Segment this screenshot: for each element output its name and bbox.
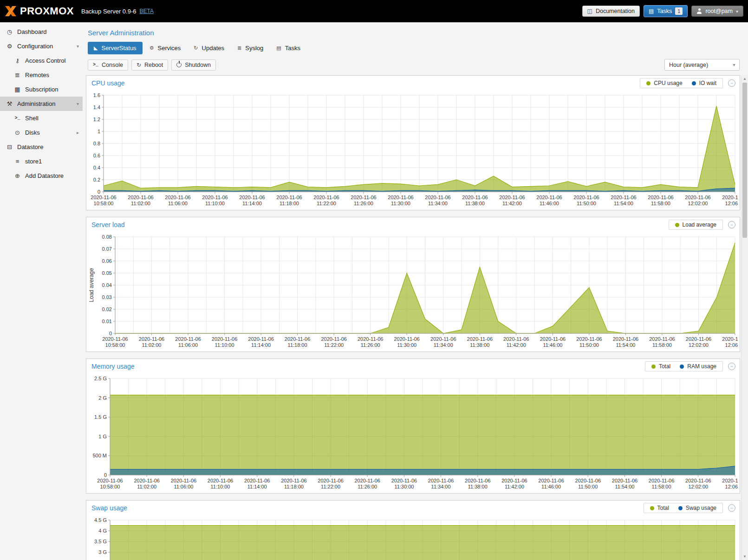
legend-item-swap-usage[interactable]: Swap usage [678, 505, 716, 511]
sidebar-item-add-datastore[interactable]: ⊕Add Datastore [0, 169, 83, 183]
legend-item-total[interactable]: Total [650, 505, 669, 511]
svg-text:11:46:00: 11:46:00 [543, 342, 562, 348]
documentation-button[interactable]: ◫ Documentation [582, 6, 640, 17]
legend-dot-icon [675, 223, 679, 227]
sidebar-item-access-control[interactable]: ⚷Access Control [0, 53, 83, 68]
sidebar-item-datastore[interactable]: ⊟Datastore [0, 140, 83, 154]
svg-text:3.5 G: 3.5 G [94, 539, 107, 544]
scrollbar-thumb[interactable] [742, 83, 747, 238]
book-icon: ◫ [587, 8, 592, 14]
remotes-icon: ≣ [13, 72, 22, 78]
svg-text:0.07: 0.07 [102, 246, 112, 252]
svg-text:0.03: 0.03 [102, 294, 112, 300]
svg-text:11:02:00: 11:02:00 [137, 484, 156, 489]
sidebar-item-shell[interactable]: >_Shell [0, 111, 83, 125]
sidebar-item-remotes[interactable]: ≣Remotes [0, 68, 83, 82]
tab-serverstatus[interactable]: ◣ServerStatus [88, 42, 143, 54]
tab-updates[interactable]: ↻Updates [188, 42, 230, 54]
svg-text:11:58:00: 11:58:00 [652, 342, 672, 348]
svg-text:2020-11-06: 2020-11-06 [613, 336, 638, 342]
sidebar-item-administration[interactable]: ⚒Administration▾ [0, 97, 83, 111]
svg-text:11:46:00: 11:46:00 [541, 484, 561, 489]
memory-usage-chart[interactable]: 0500 M1 G1.5 G2 G2.5 G2020-11-0610:58:00… [87, 375, 738, 492]
legend-label: IO wait [699, 80, 716, 86]
swap-usage-chart[interactable]: 0500 M1 G1.5 G2 G2.5 G3 G3.5 G4 G4.5 G20… [87, 516, 738, 560]
svg-text:2020-11-06: 2020-11-06 [499, 195, 525, 200]
server-load-chart[interactable]: 00.010.020.030.040.050.060.070.082020-11… [87, 233, 738, 350]
avatar-icon [696, 8, 702, 14]
proxmox-logo: PROXMOX [5, 5, 74, 17]
reboot-button[interactable]: ↻ Reboot [131, 59, 168, 71]
legend-dot-icon [651, 365, 656, 369]
memory-usage-panel: Memory usage TotalRAM usage – 0500 M1 G1… [86, 358, 740, 494]
sidebar-item-dashboard[interactable]: ◷Dashboard [0, 25, 83, 39]
sidebar-item-disks[interactable]: ⊙Disks▸ [0, 125, 83, 140]
legend-item-io-wait[interactable]: IO wait [692, 80, 716, 86]
svg-text:12:06:00: 12:06:00 [725, 342, 738, 348]
cpu-usage-chart[interactable]: 00.20.40.60.811.21.41.62020-11-0610:58:0… [87, 91, 738, 208]
svg-text:2020-11-06: 2020-11-06 [313, 195, 339, 200]
time-range-combobox[interactable]: Hour (average) ▾ [664, 59, 740, 71]
legend-item-cpu-usage[interactable]: CPU usage [646, 80, 682, 86]
svg-text:1: 1 [98, 129, 100, 134]
legend-item-total[interactable]: Total [651, 363, 670, 370]
svg-text:2020-11-06: 2020-11-06 [281, 478, 306, 483]
panel-tool-icon[interactable]: – [728, 504, 735, 512]
svg-text:11:30:00: 11:30:00 [391, 201, 410, 206]
console-label: Console [102, 62, 123, 68]
toolbar: >_ Console ↻ Reboot Shutdown Hour (avera… [83, 58, 748, 75]
svg-text:12:02:00: 12:02:00 [688, 484, 708, 489]
tab-services[interactable]: ⚙Services [143, 42, 187, 54]
svg-text:12:06:00: 12:06:00 [725, 201, 738, 206]
panel-tool-icon[interactable]: – [728, 221, 735, 228]
vertical-scrollbar[interactable]: ▲ ▼ [741, 75, 748, 560]
svg-text:2020-11-06: 2020-11-06 [128, 195, 153, 200]
sidebar-item-label: Administration [17, 100, 55, 107]
legend-item-ram-usage[interactable]: RAM usage [680, 363, 716, 370]
svg-text:2020-11-06: 2020-11-06 [649, 478, 674, 483]
svg-text:1 G: 1 G [98, 434, 107, 439]
svg-text:0.4: 0.4 [93, 165, 100, 170]
scroll-up-arrow-icon[interactable]: ▲ [741, 75, 748, 82]
svg-text:2020-11-06: 2020-11-06 [139, 336, 164, 342]
sidebar-item-configuration[interactable]: ⚙Configuration▾ [0, 39, 83, 53]
shutdown-button[interactable]: Shutdown [171, 59, 216, 71]
tab-label: Updates [202, 45, 224, 52]
sidebar-item-subscription[interactable]: ▦Subscription [0, 82, 83, 97]
svg-text:11:30:00: 11:30:00 [397, 342, 416, 348]
reboot-icon: ↻ [137, 62, 141, 68]
svg-text:11:34:00: 11:34:00 [428, 201, 448, 206]
svg-text:4.5 G: 4.5 G [94, 517, 107, 523]
svg-text:11:10:00: 11:10:00 [215, 342, 234, 348]
svg-text:2020-11-06: 2020-11-06 [394, 336, 419, 342]
panel-title: Memory usage [91, 363, 135, 370]
scroll-down-arrow-icon[interactable]: ▼ [741, 553, 748, 560]
tasks-button[interactable]: ▤ Tasks 1 [644, 5, 688, 17]
svg-text:11:38:00: 11:38:00 [465, 201, 485, 206]
svg-text:11:54:00: 11:54:00 [615, 484, 634, 489]
sidebar-item-label: Access Control [25, 57, 65, 64]
sidebar-item-store1[interactable]: ≡store1 [0, 154, 83, 169]
console-button[interactable]: >_ Console [88, 59, 128, 71]
charts-region: CPU usage CPU usageIO wait – 00.20.40.60… [83, 75, 748, 560]
svg-text:2020-11-06: 2020-11-06 [722, 336, 738, 342]
svg-text:0.02: 0.02 [102, 306, 112, 312]
panel-tool-icon[interactable]: – [728, 363, 735, 370]
tab-syslog[interactable]: ≣Syslog [231, 42, 269, 54]
database-icon: ≡ [13, 158, 22, 165]
tab-tasks[interactable]: ▤Tasks [270, 42, 306, 54]
svg-text:500 M: 500 M [92, 453, 107, 458]
panel-tool-icon[interactable]: – [728, 79, 735, 87]
svg-text:10:58:00: 10:58:00 [94, 201, 114, 206]
svg-text:11:10:00: 11:10:00 [210, 484, 230, 489]
legend-dot-icon [646, 81, 650, 85]
svg-text:3 G: 3 G [98, 549, 107, 555]
chart-legend: CPU usageIO wait [640, 78, 723, 88]
legend-label: Load average [683, 221, 716, 228]
legend-item-load-average[interactable]: Load average [675, 221, 716, 228]
svg-text:2020-11-06: 2020-11-06 [573, 195, 599, 200]
add-circle-icon: ⊕ [13, 172, 22, 179]
user-menu-button[interactable]: root@pam ▾ [691, 6, 743, 17]
beta-link[interactable]: BETA [139, 8, 153, 14]
svg-text:2020-11-06: 2020-11-06 [102, 336, 128, 342]
